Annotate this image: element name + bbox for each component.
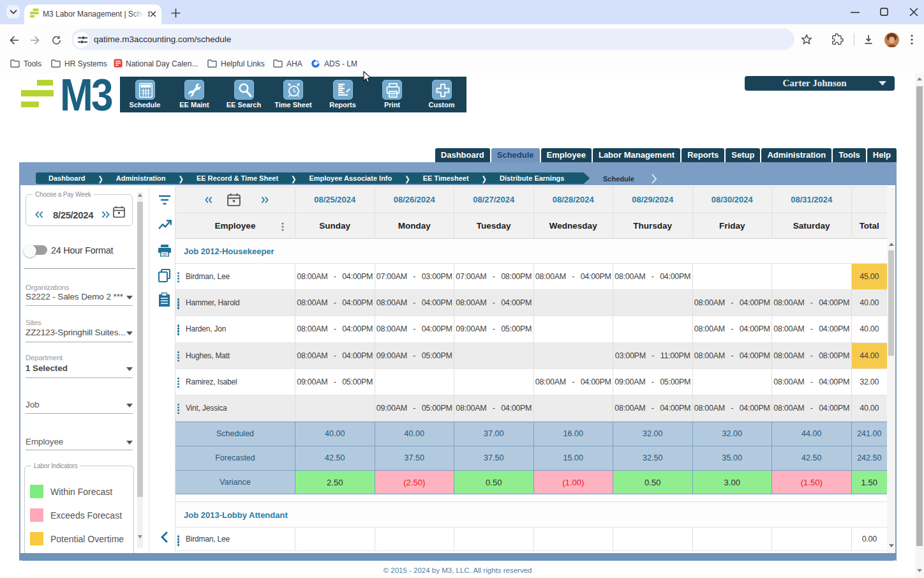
svg-text:M3: M3: [60, 75, 112, 114]
